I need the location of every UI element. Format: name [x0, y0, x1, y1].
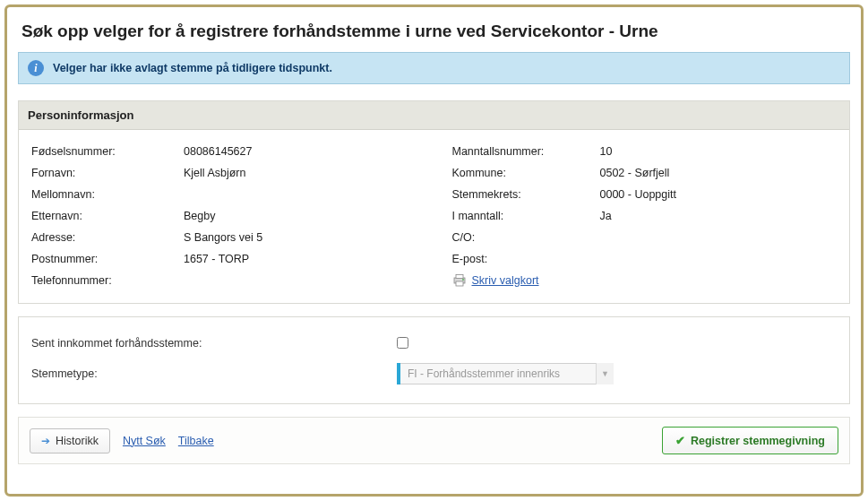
sent-late-label: Sent innkommet forhåndsstemme:: [31, 337, 397, 350]
manntall-label: Manntallsnummer:: [452, 145, 600, 158]
svg-rect-1: [456, 275, 463, 279]
sent-late-checkbox[interactable]: [397, 337, 408, 349]
epost-label: E-post:: [452, 253, 600, 265]
nytt-sok-link[interactable]: Nytt Søk: [123, 435, 166, 447]
etternavn-label: Etternavn:: [31, 210, 184, 222]
kommune-value: 0502 - Sørfjell: [600, 167, 670, 179]
adresse-value: S Bangors vei 5: [184, 231, 262, 244]
register-button[interactable]: ✔ Registrer stemmegivning: [662, 427, 838, 454]
imanntall-value: Ja: [600, 210, 612, 222]
person-left-col: Fødselsnummer: 08086145627 Fornavn: Kjel…: [31, 141, 417, 294]
info-bar: i Velger har ikke avlagt stemme på tidli…: [18, 52, 850, 84]
imanntall-label: I manntall:: [452, 210, 600, 222]
stemmekrets-label: Stemmekrets:: [452, 188, 600, 201]
stemmekrets-value: 0000 - Uoppgitt: [600, 188, 676, 201]
main-frame: Søk opp velger for å registrere forhånds…: [4, 4, 864, 497]
svg-rect-2: [456, 281, 463, 286]
historikk-button[interactable]: ➔ Historikk: [30, 428, 110, 453]
stemmetype-select[interactable]: FI - Forhåndsstemmer innenriks ▼: [397, 363, 614, 384]
fodselsnummer-label: Fødselsnummer:: [31, 145, 184, 158]
chevron-down-icon: ▼: [596, 363, 614, 384]
footer-bar: ➔ Historikk Nytt Søk Tilbake ✔ Registrer…: [18, 417, 850, 464]
info-icon: i: [28, 60, 44, 76]
person-panel: Personinformasjon Fødselsnummer: 0808614…: [18, 100, 850, 304]
person-panel-header: Personinformasjon: [19, 101, 849, 130]
fornavn-value: Kjell Asbjørn: [184, 167, 245, 179]
person-right-col: Manntallsnummer: 10 Kommune: 0502 - Sørf…: [452, 141, 838, 294]
page-title: Søk opp velger for å registrere forhånds…: [21, 22, 850, 41]
stemmetype-value: FI - Forhåndsstemmer innenriks: [400, 363, 614, 384]
register-label: Registrer stemmegivning: [691, 435, 825, 447]
etternavn-value: Begby: [184, 210, 215, 222]
person-panel-body: Fødselsnummer: 08086145627 Fornavn: Kjel…: [19, 130, 849, 303]
co-label: C/O:: [452, 231, 600, 244]
stemmetype-label: Stemmetype:: [31, 367, 397, 380]
postnummer-label: Postnummer:: [31, 253, 184, 265]
check-icon: ✔: [675, 434, 685, 447]
print-valgkort-link[interactable]: Skriv valgkort: [472, 274, 539, 287]
svg-point-3: [462, 279, 464, 281]
arrow-right-icon: ➔: [41, 435, 50, 447]
historikk-label: Historikk: [56, 435, 99, 447]
options-panel: Sent innkommet forhåndsstemme: Stemmetyp…: [18, 316, 850, 404]
fodselsnummer-value: 08086145627: [184, 145, 252, 158]
manntall-value: 10: [600, 145, 613, 158]
kommune-label: Kommune:: [452, 167, 600, 179]
tilbake-link[interactable]: Tilbake: [178, 435, 214, 447]
printer-icon: [452, 274, 467, 287]
print-cell: Skriv valgkort: [452, 274, 600, 289]
telefon-label: Telefonnummer:: [31, 274, 184, 287]
adresse-label: Adresse:: [31, 231, 184, 244]
info-message: Velger har ikke avlagt stemme på tidlige…: [53, 62, 332, 74]
postnummer-value: 1657 - TORP: [184, 253, 249, 265]
fornavn-label: Fornavn:: [31, 167, 184, 179]
mellomnavn-label: Mellomnavn:: [31, 188, 184, 201]
